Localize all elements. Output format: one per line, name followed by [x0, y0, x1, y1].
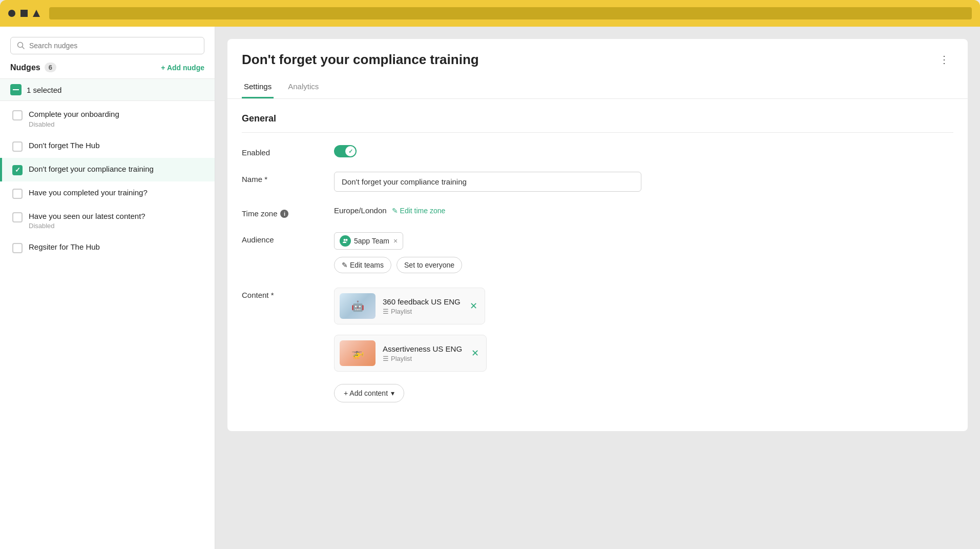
- nudge-name-latest: Have you seen our latest content?: [29, 211, 145, 221]
- content-item-360: 🤖 360 feedback US ENG ☰ Playlist ✕: [334, 288, 485, 324]
- sidebar: Nudges 6 + Add nudge 1 selected Complete…: [0, 27, 215, 549]
- nudge-checkbox-onboarding[interactable]: [12, 110, 23, 120]
- search-box[interactable]: [10, 37, 204, 54]
- tabs: Settings Analytics: [227, 76, 968, 99]
- nudge-name-register: Regsiter for The Hub: [29, 242, 100, 252]
- content-name-360: 360 feedback US ENG: [383, 297, 461, 306]
- audience-tag-5app: 5app Team ×: [334, 232, 403, 250]
- toggle-check-icon: ✓: [348, 148, 353, 155]
- nudges-title: Nudges: [10, 63, 40, 72]
- nudge-item-training[interactable]: Have you completed your training?: [0, 181, 215, 205]
- audience-avatar: [340, 235, 351, 247]
- timezone-label: Time zone i: [242, 206, 314, 218]
- general-section-title: General: [242, 113, 953, 124]
- thumb-360-visual: 🤖: [340, 293, 376, 319]
- nudges-title-group: Nudges 6: [10, 63, 56, 72]
- nudge-checkbox-compliance[interactable]: [12, 165, 23, 175]
- browser-address-bar[interactable]: [49, 7, 972, 19]
- tab-settings[interactable]: Settings: [242, 76, 274, 98]
- content-item-assertiveness: 🚁 Assertiveness US ENG ☰ Playlist ✕: [334, 335, 487, 372]
- detail-title: Don't forget your compliance training: [242, 52, 479, 68]
- timezone-row: Time zone i Europe/London ✎ Edit time zo…: [242, 206, 953, 218]
- audience-row: Audience: [242, 232, 953, 273]
- name-label: Name *: [242, 172, 314, 184]
- browser-dot-1: [8, 10, 15, 17]
- timezone-text: Europe/London: [334, 206, 387, 215]
- content-name-assertiveness: Assertiveness US ENG: [383, 344, 462, 353]
- add-content-label: + Add content: [344, 389, 388, 397]
- nudge-checkbox-training[interactable]: [12, 189, 23, 199]
- thumb-assertiveness-icon: 🚁: [351, 347, 364, 359]
- main-content: Don't forget your compliance training ⋮ …: [215, 27, 980, 549]
- people-icon: [342, 238, 349, 245]
- audience-label: Audience: [242, 232, 314, 244]
- content-row: Content * 🤖 360 feedback US ENG: [242, 288, 953, 402]
- search-icon: [17, 42, 25, 50]
- enabled-row: Enabled ✓: [242, 145, 953, 157]
- enabled-toggle[interactable]: ✓: [334, 145, 357, 157]
- audience-value: 5app Team × ✎ Edit teams Set to everyone: [334, 232, 953, 273]
- enabled-value: ✓: [334, 145, 953, 157]
- toggle-knob: ✓: [345, 146, 356, 156]
- timezone-value: Europe/London ✎ Edit time zone: [334, 206, 953, 215]
- nudge-item-latest[interactable]: Have you seen our latest content? Disabl…: [0, 205, 215, 236]
- content-label: Content *: [242, 288, 314, 299]
- name-row: Name *: [242, 172, 953, 192]
- nudge-status-latest: Disabled: [29, 222, 145, 230]
- thumb-360-icon: 🤖: [351, 300, 364, 312]
- nudge-name-compliance: Don't forget your compliance training: [29, 164, 154, 174]
- edit-teams-button[interactable]: ✎ Edit teams: [334, 257, 391, 273]
- section-divider: [242, 132, 953, 133]
- selected-count-text: 1 selected: [27, 86, 61, 94]
- selected-bar: 1 selected: [0, 78, 215, 101]
- content-type-360: ☰ Playlist: [383, 308, 461, 315]
- tab-analytics[interactable]: Analytics: [286, 76, 321, 98]
- nudge-list: Complete your onboarding Disabled Don't …: [0, 103, 215, 539]
- audience-tags: 5app Team ×: [334, 232, 462, 250]
- name-value: [334, 172, 953, 192]
- browser-chrome: [0, 0, 980, 27]
- edit-timezone-button[interactable]: ✎ Edit time zone: [392, 207, 446, 215]
- playlist-icon-assertiveness: ☰: [383, 355, 389, 362]
- detail-header: Don't forget your compliance training ⋮: [227, 39, 968, 68]
- nudge-checkbox-latest[interactable]: [12, 212, 23, 222]
- content-thumb-360: 🤖: [340, 293, 376, 319]
- nudge-status-onboarding: Disabled: [29, 120, 119, 128]
- settings-content: General Enabled ✓ Name *: [227, 99, 968, 431]
- content-remove-assertiveness[interactable]: ✕: [469, 345, 481, 361]
- nudge-item-hub[interactable]: Don't forget The Hub: [0, 134, 215, 158]
- add-nudge-button[interactable]: + Add nudge: [161, 64, 204, 72]
- set-everyone-button[interactable]: Set to everyone: [397, 257, 462, 273]
- svg-point-2: [343, 239, 345, 241]
- svg-point-3: [345, 239, 347, 241]
- nudges-count: 6: [45, 63, 56, 72]
- edit-timezone-icon: ✎: [392, 207, 398, 215]
- content-remove-360[interactable]: ✕: [468, 298, 479, 314]
- add-content-button[interactable]: + Add content ▾: [334, 384, 404, 402]
- content-info-360: 360 feedback US ENG ☰ Playlist: [383, 297, 461, 315]
- nudge-item-register[interactable]: Regsiter for The Hub: [0, 236, 215, 259]
- timezone-info-icon[interactable]: i: [280, 210, 288, 218]
- audience-actions: ✎ Edit teams Set to everyone: [334, 257, 462, 273]
- nudge-item-onboarding[interactable]: Complete your onboarding Disabled: [0, 103, 215, 134]
- more-options-button[interactable]: ⋮: [935, 51, 953, 68]
- audience-tag-label: 5app Team: [354, 237, 389, 245]
- nudge-name-hub: Don't forget The Hub: [29, 140, 100, 151]
- browser-square: [20, 10, 28, 17]
- audience-remove-button[interactable]: ×: [393, 237, 398, 245]
- nudge-item-compliance[interactable]: Don't forget your compliance training: [0, 158, 215, 181]
- browser-triangle: [33, 10, 40, 17]
- name-input[interactable]: [334, 172, 641, 192]
- content-type-assertiveness: ☰ Playlist: [383, 355, 462, 362]
- search-input[interactable]: [29, 42, 198, 50]
- content-thumb-assertiveness: 🚁: [340, 340, 376, 366]
- nudge-name-onboarding: Complete your onboarding: [29, 109, 119, 119]
- audience-wrapper: 5app Team × ✎ Edit teams Set to everyone: [334, 232, 462, 273]
- nudge-checkbox-register[interactable]: [12, 243, 23, 253]
- deselect-all-button[interactable]: [10, 84, 22, 95]
- thumb-assertiveness-visual: 🚁: [340, 340, 376, 366]
- nudge-name-training: Have you completed your training?: [29, 188, 148, 198]
- detail-panel: Don't forget your compliance training ⋮ …: [227, 39, 968, 431]
- nudge-checkbox-hub[interactable]: [12, 141, 23, 152]
- enabled-label: Enabled: [242, 145, 314, 157]
